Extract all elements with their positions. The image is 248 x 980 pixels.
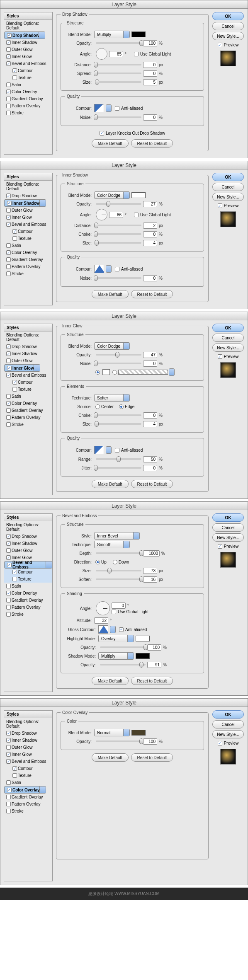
anti-alias-checkbox[interactable] (115, 106, 119, 111)
noise-slider[interactable] (96, 277, 141, 279)
checkbox-drop-shadow[interactable] (6, 534, 11, 539)
spread-input[interactable]: 0 (143, 70, 157, 77)
blend-mode-select[interactable]: Multiply (94, 31, 130, 38)
checkbox-satin[interactable] (6, 243, 11, 248)
sidebar-item-color-overlay[interactable]: Color Overlay (4, 88, 52, 95)
highlight-color-swatch[interactable] (136, 636, 150, 641)
sidebar-item-stroke[interactable]: Stroke (4, 109, 52, 116)
checkbox-texture[interactable] (12, 236, 17, 241)
checkbox-outer-glow[interactable] (6, 208, 11, 213)
checkbox-texture[interactable] (12, 75, 17, 80)
checkbox-inner-glow[interactable] (6, 54, 11, 59)
new-style-button[interactable]: New Style... (212, 533, 244, 542)
distance-input[interactable]: 0 (143, 62, 157, 68)
sidebar-item-inner-shadow[interactable]: Inner Shadow (4, 39, 52, 46)
checkbox-bevel[interactable] (6, 373, 11, 377)
sidebar-item-texture[interactable]: Texture (4, 74, 52, 81)
opacity-input[interactable]: 100 (143, 40, 157, 46)
size-slider[interactable] (96, 570, 141, 571)
sidebar-item-stroke[interactable]: Stroke (4, 421, 52, 428)
range-input[interactable]: 50 (143, 456, 157, 462)
sidebar-item-inner-glow[interactable]: Inner Glow (4, 53, 52, 60)
blend-mode-select[interactable]: Color Dodge (94, 191, 130, 199)
highlight-opacity-slider[interactable] (100, 646, 146, 648)
styles-header[interactable]: Styles (4, 12, 52, 20)
checkbox-inner-shadow[interactable] (6, 738, 11, 743)
size-input[interactable]: 4 (143, 240, 157, 246)
angle-input[interactable]: 85 (109, 51, 123, 57)
checkbox-drop-shadow[interactable] (6, 731, 11, 736)
contour-dropdown[interactable] (106, 446, 112, 454)
sidebar-item-outer-glow[interactable]: Outer Glow (4, 547, 52, 554)
checkbox-outer-glow[interactable] (6, 745, 11, 750)
choke-input[interactable]: 0 (143, 412, 157, 419)
noise-input[interactable]: 0 (143, 275, 157, 281)
sidebar-item-pattern-overlay[interactable]: Pattern Overlay (4, 102, 52, 109)
make-default-button[interactable]: Make Default (92, 480, 129, 488)
gloss-contour-dropdown[interactable] (110, 626, 116, 633)
checkbox-color-overlay[interactable] (6, 90, 11, 94)
sidebar-item-gradient-overlay[interactable]: Gradient Overlay (4, 407, 52, 414)
checkbox-pattern-overlay[interactable] (6, 802, 11, 806)
checkbox-stroke[interactable] (6, 271, 11, 276)
sidebar-item-satin[interactable]: Satin (4, 242, 52, 249)
checkbox-inner-glow[interactable] (7, 366, 12, 370)
new-style-button[interactable]: New Style... (212, 193, 244, 201)
opacity-slider[interactable] (96, 203, 141, 205)
reset-default-button[interactable]: Reset to Default (131, 139, 173, 148)
sidebar-item-color-overlay[interactable]: Color Overlay (4, 400, 52, 407)
style-select[interactable]: Inner Bevel (94, 532, 140, 540)
checkbox-stroke[interactable] (6, 111, 11, 115)
new-style-button[interactable]: New Style... (212, 730, 244, 738)
checkbox-bevel[interactable] (7, 563, 12, 567)
styles-header[interactable]: Styles (4, 711, 52, 718)
checkbox-color-overlay[interactable] (6, 401, 11, 406)
blend-mode-select[interactable]: Normal (94, 729, 130, 736)
altitude-input[interactable]: 32 (94, 617, 108, 624)
direction-down-radio[interactable] (113, 560, 117, 564)
source-center-radio[interactable] (95, 404, 100, 409)
styles-header[interactable]: Styles (4, 324, 52, 332)
distance-slider[interactable] (96, 64, 141, 65)
checkbox-inner-shadow[interactable] (6, 351, 11, 356)
opacity-input[interactable]: 100 (143, 738, 157, 745)
styles-header[interactable]: Styles (4, 514, 52, 521)
sidebar-item-bevel[interactable]: Bevel and Emboss (4, 221, 52, 228)
checkbox-bevel[interactable] (6, 61, 11, 66)
choke-slider[interactable] (96, 414, 141, 416)
angle-dial[interactable] (96, 601, 110, 615)
shadow-mode-select[interactable]: Multiply (98, 652, 134, 660)
sidebar-item-satin[interactable]: Satin (4, 583, 52, 590)
sidebar-item-texture[interactable]: Texture (4, 576, 52, 583)
blend-color-swatch[interactable] (131, 31, 146, 37)
sidebar-item-pattern-overlay[interactable]: Pattern Overlay (4, 263, 52, 270)
sidebar-item-blending[interactable]: Blending Options: Default (4, 521, 52, 533)
jitter-slider[interactable] (96, 467, 141, 469)
blend-mode-select[interactable]: Color Dodge (94, 342, 130, 350)
sidebar-item-bevel[interactable]: Bevel and Emboss (4, 561, 52, 569)
depth-input[interactable]: 1000 (143, 550, 160, 557)
new-style-button[interactable]: New Style... (212, 32, 244, 40)
size-slider[interactable] (96, 423, 141, 425)
opacity-slider[interactable] (96, 740, 141, 742)
sidebar-item-texture[interactable]: Texture (4, 235, 52, 242)
preview-checkbox[interactable] (218, 354, 222, 359)
sidebar-item-contour[interactable]: Contour (4, 379, 52, 386)
global-light-checkbox[interactable] (134, 213, 139, 217)
make-default-button[interactable]: Make Default (92, 290, 129, 298)
sidebar-item-bevel[interactable]: Bevel and Emboss (4, 758, 52, 765)
checkbox-pattern-overlay[interactable] (6, 415, 11, 420)
sidebar-item-pattern-overlay[interactable]: Pattern Overlay (4, 414, 52, 421)
checkbox-gradient-overlay[interactable] (6, 795, 11, 799)
sidebar-item-inner-shadow[interactable]: Inner Shadow (4, 199, 46, 207)
cancel-button[interactable]: Cancel (212, 183, 244, 191)
reset-default-button[interactable]: Reset to Default (131, 677, 173, 685)
sidebar-item-inner-shadow[interactable]: Inner Shadow (4, 540, 52, 547)
sidebar-item-blending[interactable]: Blending Options: Default (4, 181, 52, 192)
sidebar-item-outer-glow[interactable]: Outer Glow (4, 207, 52, 214)
reset-default-button[interactable]: Reset to Default (131, 480, 173, 488)
sidebar-item-blending[interactable]: Blending Options: Default (4, 20, 52, 31)
shadow-opacity-input[interactable]: 91 (147, 662, 161, 668)
sidebar-item-gradient-overlay[interactable]: Gradient Overlay (4, 597, 52, 604)
angle-input[interactable]: 86 (109, 212, 123, 218)
